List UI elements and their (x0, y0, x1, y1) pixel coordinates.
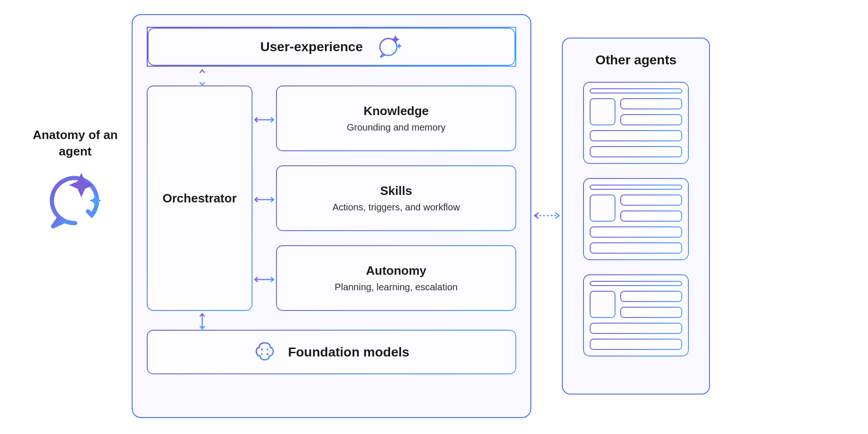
svg-point-10 (267, 353, 268, 355)
tile-bar-icon (620, 210, 682, 222)
knowledge-subtitle: Grounding and memory (347, 122, 445, 133)
agent-anatomy-container: User-experience (132, 14, 531, 418)
bidirectional-arrow-icon (198, 68, 206, 87)
foundation-models-label: Foundation models (288, 345, 409, 360)
skills-subtitle: Actions, triggers, and workflow (332, 202, 460, 213)
knowledge-title: Knowledge (363, 104, 429, 118)
foundation-models-box: Foundation models (147, 330, 516, 374)
bidirectional-arrow-icon (198, 312, 206, 331)
tile-bar-icon (620, 194, 682, 206)
agent-tile (583, 178, 689, 260)
tile-bar-icon (590, 130, 682, 141)
knowledge-box: Knowledge Grounding and memory (276, 85, 516, 151)
bidirectional-arrow-icon (253, 196, 276, 203)
tile-bar-icon (590, 88, 682, 93)
tile-block-icon (590, 98, 615, 125)
autonomy-box: Autonomy Planning, learning, escalation (276, 245, 516, 311)
orchestrator-box: Orchestrator (147, 85, 253, 311)
chat-sparkle-icon (28, 169, 122, 230)
autonomy-subtitle: Planning, learning, escalation (335, 282, 458, 293)
svg-point-8 (267, 349, 268, 350)
svg-point-9 (261, 353, 263, 355)
tile-bar-icon (590, 226, 682, 238)
tile-bar-icon (590, 242, 682, 254)
user-experience-label: User-experience (260, 39, 363, 54)
agent-tile (583, 274, 689, 356)
tile-bar-icon (590, 281, 682, 286)
tile-bar-icon (620, 291, 682, 302)
tile-bar-icon (590, 323, 682, 334)
tile-bar-icon (590, 185, 682, 190)
diagram-title: Anatomy of an agent (28, 127, 122, 160)
orchestrator-label: Orchestrator (163, 191, 237, 206)
skills-box: Skills Actions, triggers, and workflow (276, 165, 516, 231)
chat-sparkle-small-icon (377, 33, 402, 61)
brain-icon (253, 340, 276, 364)
skills-title: Skills (380, 184, 412, 198)
agent-tile (583, 82, 689, 164)
svg-point-7 (261, 349, 263, 350)
diagram-title-block: Anatomy of an agent (28, 127, 122, 230)
tile-bar-icon (590, 339, 682, 350)
other-agents-container: Other agents (562, 38, 710, 395)
bidirectional-arrow-icon (253, 116, 276, 124)
tile-bar-icon (620, 307, 682, 318)
tile-block-icon (590, 291, 615, 318)
bidirectional-dotted-arrow-icon (532, 211, 562, 220)
other-agents-title: Other agents (595, 53, 677, 68)
autonomy-title: Autonomy (366, 264, 426, 278)
bidirectional-arrow-icon (253, 276, 276, 283)
tile-block-icon (590, 194, 615, 222)
tile-bar-icon (590, 146, 682, 157)
tile-bar-icon (620, 114, 682, 125)
tile-bar-icon (620, 98, 682, 109)
user-experience-box: User-experience (147, 27, 516, 67)
